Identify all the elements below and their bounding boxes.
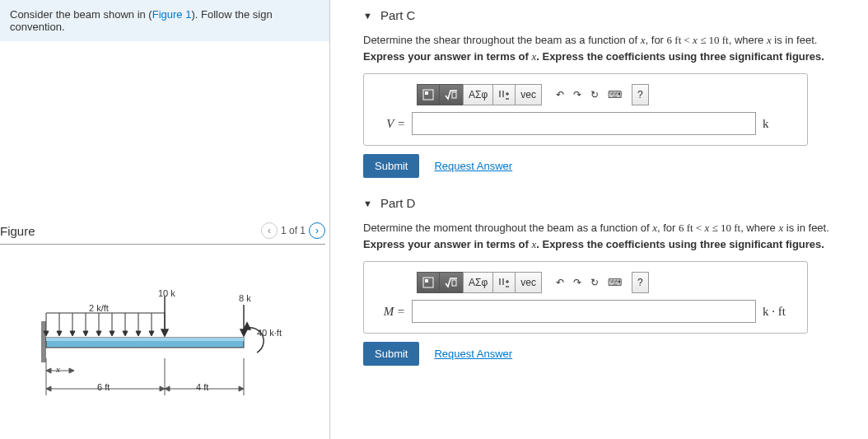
- end-load-label: 8 k: [239, 293, 251, 303]
- undo-button[interactable]: ↶: [551, 84, 569, 105]
- undo-button[interactable]: ↶: [551, 272, 569, 293]
- svg-marker-46: [239, 386, 244, 391]
- figure-title: Figure: [0, 224, 35, 238]
- part-d-range: 6 ft < x ≤ 10 ft: [679, 222, 740, 234]
- part-d-description: Determine the moment throughout the beam…: [363, 222, 868, 235]
- pager-prev-button[interactable]: ‹: [261, 222, 278, 239]
- svg-rect-52: [452, 280, 456, 286]
- root-button[interactable]: [439, 272, 464, 293]
- svg-marker-34: [244, 323, 250, 329]
- keyboard-button[interactable]: ⌨: [603, 272, 627, 293]
- part-c-toolbar: ΑΣφ vec ↶ ↷ ↻ ⌨ ?: [417, 84, 796, 105]
- svg-marker-23: [123, 331, 128, 336]
- part-d-request-link[interactable]: Request Answer: [434, 348, 512, 360]
- part-c-instruction: Express your answer in terms of x. Expre…: [363, 50, 868, 63]
- reset-button[interactable]: ↻: [586, 84, 604, 105]
- svg-rect-48: [425, 91, 428, 95]
- svg-marker-31: [161, 329, 168, 336]
- part-d-toolbar: ΑΣφ vec ↶ ↷ ↻ ⌨ ?: [417, 272, 796, 293]
- svg-marker-27: [149, 331, 154, 336]
- svg-rect-8: [46, 338, 244, 341]
- part-c-lhs: V =: [376, 117, 405, 131]
- part-c-header[interactable]: ▼ Part C: [363, 8, 868, 22]
- vec-button[interactable]: vec: [515, 84, 542, 105]
- figure-pager: ‹ 1 of 1 ›: [261, 222, 325, 239]
- svg-marker-45: [165, 386, 170, 391]
- part-c-request-link[interactable]: Request Answer: [434, 160, 512, 172]
- root-button[interactable]: [439, 84, 464, 105]
- greek-button[interactable]: ΑΣφ: [463, 84, 493, 105]
- svg-marker-40: [69, 368, 74, 373]
- keyboard-button[interactable]: ⌨: [603, 84, 627, 105]
- caret-down-icon: ▼: [363, 11, 372, 21]
- help-button[interactable]: ?: [632, 84, 649, 105]
- caret-down-icon: ▼: [363, 198, 372, 208]
- svg-marker-39: [46, 368, 51, 373]
- svg-rect-49: [452, 92, 456, 98]
- part-d-input[interactable]: [412, 300, 756, 323]
- redo-button[interactable]: ↷: [568, 272, 586, 293]
- svg-marker-15: [70, 331, 75, 336]
- part-d-answer-block: ΑΣφ vec ↶ ↷ ↻ ⌨ ? M = k · ft: [363, 261, 808, 334]
- svg-marker-42: [46, 386, 51, 391]
- beam-diagram: 2 k/ft 10 k 8 k 40 k·ft x 6 ft 4 ft: [41, 288, 288, 404]
- intro-text-pre: Consider the beam shown in (: [10, 8, 152, 21]
- svg-marker-19: [96, 331, 101, 336]
- svg-marker-13: [57, 331, 62, 336]
- vec-button[interactable]: vec: [515, 272, 542, 293]
- part-d: ▼ Part D Determine the moment throughout…: [363, 196, 868, 366]
- part-c-input[interactable]: [412, 112, 756, 135]
- svg-marker-33: [240, 329, 247, 336]
- part-c-submit-button[interactable]: Submit: [363, 154, 419, 178]
- svg-marker-17: [83, 331, 88, 336]
- subscript-button[interactable]: [492, 84, 516, 105]
- part-c-title: Part C: [380, 8, 416, 22]
- pager-next-button[interactable]: ›: [309, 222, 325, 239]
- part-d-submit-button[interactable]: Submit: [363, 342, 419, 366]
- part-c-unit: k: [763, 117, 796, 131]
- pager-count: 1 of 1: [281, 225, 306, 236]
- reset-button[interactable]: ↻: [586, 272, 604, 293]
- svg-marker-25: [136, 331, 141, 336]
- dim2-label: 4 ft: [196, 382, 208, 392]
- svg-marker-21: [110, 331, 114, 336]
- moment-label: 40 k·ft: [257, 328, 282, 338]
- help-button[interactable]: ?: [632, 272, 649, 293]
- part-c-range: 6 ft < x ≤ 10 ft: [667, 34, 729, 46]
- point-load-label: 10 k: [158, 288, 175, 298]
- greek-button[interactable]: ΑΣφ: [463, 272, 493, 293]
- subscript-button[interactable]: [492, 272, 516, 293]
- dim1-label: 6 ft: [97, 382, 110, 392]
- part-d-instruction: Express your answer in terms of x. Expre…: [363, 238, 868, 251]
- templates-button[interactable]: [417, 84, 440, 105]
- figure-link[interactable]: Figure 1: [152, 8, 192, 21]
- part-c-answer-block: ΑΣφ vec ↶ ↷ ↻ ⌨ ? V = k: [363, 73, 808, 146]
- part-d-lhs: M =: [376, 305, 405, 319]
- templates-button[interactable]: [417, 272, 440, 293]
- svg-rect-51: [425, 279, 428, 283]
- part-c: ▼ Part C Determine the shear throughout …: [363, 8, 868, 178]
- redo-button[interactable]: ↷: [568, 84, 586, 105]
- dist-load-label: 2 k/ft: [89, 303, 109, 313]
- part-c-description: Determine the shear throughout the beam …: [363, 34, 868, 47]
- part-d-title: Part D: [380, 196, 416, 210]
- part-d-unit: k · ft: [763, 305, 796, 319]
- dim-x-label: x: [56, 364, 60, 374]
- problem-intro: Consider the beam shown in (Figure 1). F…: [0, 0, 329, 41]
- part-d-header[interactable]: ▼ Part D: [363, 196, 868, 210]
